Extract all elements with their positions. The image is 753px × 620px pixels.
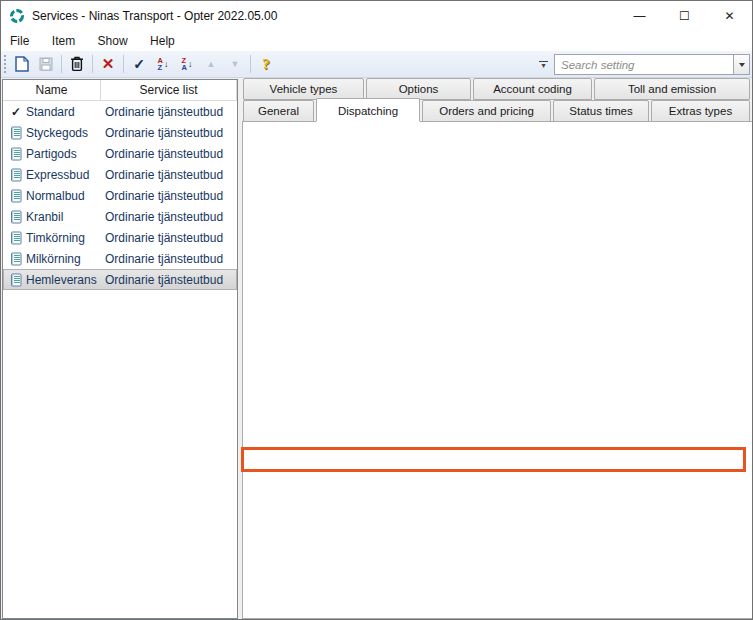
toolbar-separator xyxy=(250,55,251,73)
column-header-service-list[interactable]: Service list xyxy=(101,80,237,100)
save-button[interactable] xyxy=(35,53,57,75)
tab-vehicle-types[interactable]: Vehicle types xyxy=(243,78,364,100)
note-icon xyxy=(8,273,24,287)
sort-az-icon: AZ ↓ xyxy=(158,57,169,71)
column-header-name[interactable]: Name xyxy=(3,80,101,100)
title-bar: Services - Ninas Transport - Opter 2022.… xyxy=(1,1,752,31)
service-name: Standard xyxy=(26,105,75,119)
table-row[interactable]: Kranbil Ordinarie tjänsteutbud xyxy=(3,206,237,227)
service-list-value: Ordinarie tjänsteutbud xyxy=(105,210,223,224)
dispatching-tab-content xyxy=(242,121,753,619)
service-name: Expressbud xyxy=(26,168,89,182)
toolbar-grip-handle[interactable] xyxy=(4,55,6,73)
table-row[interactable]: Styckegods Ordinarie tjänsteutbud xyxy=(3,122,237,143)
service-list-value: Ordinarie tjänsteutbud xyxy=(105,147,223,161)
tab-status-times[interactable]: Status times xyxy=(553,100,649,122)
move-up-button[interactable]: ▲ xyxy=(200,53,222,75)
service-list-value: Ordinarie tjänsteutbud xyxy=(105,273,223,287)
tab-account-coding[interactable]: Account coding xyxy=(473,78,592,100)
tab-orders-and-pricing[interactable]: Orders and pricing xyxy=(422,100,551,122)
menu-bar: File Item Show Help xyxy=(1,31,752,51)
service-name: Milkörning xyxy=(26,252,81,266)
service-list-value: Ordinarie tjänsteutbud xyxy=(105,189,223,203)
service-list-value: Ordinarie tjänsteutbud xyxy=(105,231,223,245)
menu-item[interactable]: Item xyxy=(43,31,84,51)
note-icon xyxy=(8,231,24,245)
table-row[interactable]: Partigods Ordinarie tjänsteutbud xyxy=(3,143,237,164)
toolbar-separator xyxy=(123,55,124,73)
app-window: Services - Ninas Transport - Opter 2022.… xyxy=(0,0,753,620)
tab-extras-types[interactable]: Extras types xyxy=(651,100,750,122)
search-input[interactable] xyxy=(554,54,733,75)
table-row[interactable]: Normalbud Ordinarie tjänsteutbud xyxy=(3,185,237,206)
service-name: Hemleverans xyxy=(26,273,97,287)
note-icon xyxy=(8,210,24,224)
sort-descending-button[interactable]: ZA ↓ xyxy=(176,53,198,75)
service-name: Styckegods xyxy=(26,126,88,140)
cancel-icon[interactable]: ✕ xyxy=(97,53,119,75)
service-list-value: Ordinarie tjänsteutbud xyxy=(105,252,223,266)
trash-icon xyxy=(70,56,84,72)
check-icon: ✓ xyxy=(8,105,24,119)
toolbar-overflow-icon[interactable]: ▾ xyxy=(539,61,548,69)
note-icon xyxy=(8,147,24,161)
sort-ascending-button[interactable]: AZ ↓ xyxy=(152,53,174,75)
confirm-check-icon[interactable]: ✓ xyxy=(128,53,150,75)
service-name: Timkörning xyxy=(26,231,85,245)
service-name: Normalbud xyxy=(26,189,85,203)
service-list-header: Name Service list xyxy=(3,80,237,101)
toolbar-separator xyxy=(61,55,62,73)
chevron-down-icon xyxy=(739,63,745,67)
menu-file[interactable]: File xyxy=(1,31,38,51)
table-row[interactable]: Milkörning Ordinarie tjänsteutbud xyxy=(3,248,237,269)
search-dropdown-button[interactable] xyxy=(733,54,750,75)
tab-options[interactable]: Options xyxy=(366,78,471,100)
service-name: Kranbil xyxy=(26,210,63,224)
note-icon xyxy=(8,168,24,182)
tab-toll-and-emission[interactable]: Toll and emission xyxy=(594,78,750,100)
maximize-button[interactable]: ☐ xyxy=(662,1,707,31)
search-setting-combo xyxy=(554,54,750,75)
tab-general[interactable]: General xyxy=(243,100,314,122)
menu-help[interactable]: Help xyxy=(141,31,184,51)
table-row[interactable]: Timkörning Ordinarie tjänsteutbud xyxy=(3,227,237,248)
minimize-button[interactable]: — xyxy=(617,1,662,31)
save-icon xyxy=(39,57,53,71)
service-list-panel: Name Service list ✓ Standard Ordinarie t… xyxy=(2,79,238,619)
service-list-value: Ordinarie tjänsteutbud xyxy=(105,168,223,182)
tab-row-upper: Vehicle types Options Account coding Tol… xyxy=(243,78,750,100)
toolbar-separator xyxy=(92,55,93,73)
new-document-icon xyxy=(15,56,29,72)
note-icon xyxy=(8,189,24,203)
table-row[interactable]: Expressbud Ordinarie tjänsteutbud xyxy=(3,164,237,185)
help-icon[interactable]: ? xyxy=(255,53,277,75)
table-row[interactable]: ✓ Standard Ordinarie tjänsteutbud xyxy=(3,101,237,122)
new-item-button[interactable] xyxy=(11,53,33,75)
delete-button[interactable] xyxy=(66,53,88,75)
move-down-button[interactable]: ▼ xyxy=(224,53,246,75)
toolbar: ✕ ✓ AZ ↓ ZA ↓ ▲ ▼ ? ▾ xyxy=(1,51,752,78)
note-icon xyxy=(8,252,24,266)
table-row[interactable]: Hemleverans Ordinarie tjänsteutbud xyxy=(3,269,237,290)
window-title: Services - Ninas Transport - Opter 2022.… xyxy=(32,9,277,23)
close-button[interactable]: ✕ xyxy=(707,1,752,31)
service-list-value: Ordinarie tjänsteutbud xyxy=(105,126,223,140)
menu-show[interactable]: Show xyxy=(89,31,137,51)
app-logo-icon xyxy=(9,8,25,24)
tab-dispatching[interactable]: Dispatching xyxy=(316,98,420,122)
tab-row-lower: General Dispatching Orders and pricing S… xyxy=(243,100,750,122)
sort-za-icon: ZA ↓ xyxy=(182,57,193,71)
service-name: Partigods xyxy=(26,147,77,161)
note-icon xyxy=(8,126,24,140)
service-list-value: Ordinarie tjänsteutbud xyxy=(105,105,223,119)
